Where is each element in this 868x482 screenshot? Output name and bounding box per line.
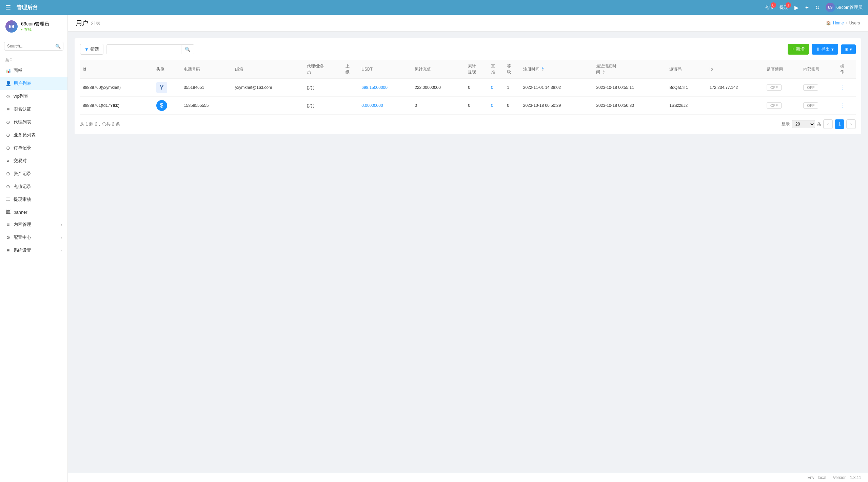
col-agent: 代理/业务员 [304, 60, 343, 79]
sidebar-status: 在线 [21, 27, 49, 32]
users-icon: 👤 [5, 81, 11, 86]
page-size-select[interactable]: 20 50 100 [792, 120, 815, 128]
sidebar-item-orders[interactable]: ⊙ 订单记录 [0, 141, 67, 154]
prev-page-button[interactable]: ‹ [823, 119, 833, 129]
breadcrumb-separator: › [846, 21, 847, 25]
config-expand-icon: ‹ [61, 236, 62, 239]
sidebar-item-withdraw[interactable]: 工 提现审核 [0, 193, 67, 206]
next-page-button[interactable]: › [846, 119, 856, 129]
strip-label: 条 [817, 121, 821, 127]
menu-icon[interactable]: ☰ [5, 4, 11, 11]
cell-parent [343, 97, 359, 115]
cell-phone: 355194651 [181, 79, 232, 97]
withdraw-icon: 工 [5, 197, 11, 203]
users-table: Id 头像 电话号码 邮箱 代理/业务员 上级 USDT 累计充值 累计提现 直… [80, 60, 856, 115]
export-button[interactable]: ⬇ 导出 ▾ [812, 44, 838, 55]
sidebar-user: 69 69coin管理员 在线 [0, 15, 67, 38]
table-row: 88889761(td17YIkk) $ 15858555555 ()/( ) … [80, 97, 856, 115]
topbar-actions: 充值 0 提现 1 ▶ ✦ ↻ 69 69coin管理员 [765, 3, 863, 12]
admin-name: 69coin管理员 [836, 4, 863, 11]
filter-button[interactable]: ▼ 筛选 [80, 44, 103, 55]
table-wrapper: Id 头像 电话号码 邮箱 代理/业务员 上级 USDT 累计充值 累计提现 直… [80, 60, 856, 115]
pagination-info: 从 1 到 2，总共 2 条 [80, 121, 120, 127]
topbar-withdraw[interactable]: 提现 1 [780, 4, 788, 11]
search-input[interactable] [4, 42, 63, 51]
col-email: 邮箱 [232, 60, 304, 79]
sidebar-username: 69coin管理员 [21, 21, 49, 27]
sidebar-logo: 69 [5, 20, 18, 33]
topbar-admin[interactable]: 69 69coin管理员 [826, 3, 863, 12]
toolbar: ▼ 筛选 🔍 + 新增 ⬇ 导出 ▾ [80, 44, 856, 55]
show-label: 显示 [782, 121, 790, 127]
cell-disabled[interactable]: OFF [764, 79, 801, 97]
main-content: 用户 列表 🏠 Home › Users ▼ 筛选 [68, 15, 868, 482]
sidebar-item-label: banner [14, 210, 27, 215]
internal-toggle[interactable]: OFF [803, 102, 818, 109]
sidebar-item-assets[interactable]: ⊙ 资产记录 [0, 167, 67, 180]
col-reg-time: 注册时间 ▲▼ [520, 60, 594, 79]
sidebar-item-content[interactable]: ≡ 内容管理 ‹ [0, 218, 67, 231]
refresh-icon[interactable]: ↻ [815, 4, 820, 11]
toolbar-right: + 新增 ⬇ 导出 ▾ ⊞ ▾ [788, 44, 856, 55]
col-total-recharge: 累计充值 [412, 60, 465, 79]
col-last-active: 最近活跃时间 ▲▼ [593, 60, 667, 79]
sidebar: 69 69coin管理员 在线 🔍 菜单 📊 面板 👤 用户列表 ⊙ vip列表… [0, 15, 68, 482]
sidebar-item-label: 交易对 [14, 158, 27, 164]
disabled-toggle[interactable]: OFF [767, 102, 782, 109]
more-actions-icon[interactable]: ⋮ [840, 85, 846, 91]
pagination-bar: 从 1 到 2，总共 2 条 显示 20 50 100 条 ‹ 1 › [80, 115, 856, 129]
cell-agent: ()/( ) [304, 79, 343, 97]
col-avatar: 头像 [154, 60, 181, 79]
current-page-button[interactable]: 1 [835, 119, 844, 129]
sidebar-item-vip[interactable]: ⊙ vip列表 [0, 90, 67, 103]
col-id: Id [80, 60, 154, 79]
footer-version: Version 1.8.11 [833, 475, 861, 480]
sidebar-item-agents[interactable]: ⊙ 代理列表 [0, 116, 67, 129]
content-expand-icon: ‹ [61, 223, 62, 227]
topbar-recharge[interactable]: 充值 0 [765, 4, 773, 11]
disabled-toggle[interactable]: OFF [767, 84, 782, 91]
internal-toggle[interactable]: OFF [803, 84, 818, 91]
sidebar-item-salesmen[interactable]: ⊙ 业务员列表 [0, 129, 67, 141]
table-search-input[interactable] [106, 45, 181, 54]
content-card: ▼ 筛选 🔍 + 新增 ⬇ 导出 ▾ [75, 38, 861, 134]
view-button[interactable]: ⊞ ▾ [841, 44, 856, 54]
cell-actions[interactable]: ⋮ [837, 79, 856, 97]
cell-direct: 0 [488, 97, 504, 115]
new-button[interactable]: + 新增 [788, 44, 809, 55]
sort-icon-reg[interactable]: ▲▼ [541, 66, 544, 72]
sidebar-item-config[interactable]: ⚙ 配置中心 ‹ [0, 231, 67, 244]
cell-internal[interactable]: OFF [801, 97, 837, 115]
sidebar-item-label: 配置中心 [14, 234, 31, 240]
col-invite: 邀请码 [667, 60, 707, 79]
cell-disabled[interactable]: OFF [764, 97, 801, 115]
play-icon[interactable]: ▶ [794, 4, 798, 11]
cell-internal[interactable]: OFF [801, 79, 837, 97]
cell-total-withdraw: 0 [465, 97, 488, 115]
sidebar-item-dashboard[interactable]: 📊 面板 [0, 64, 67, 77]
main-header: 用户 列表 🏠 Home › Users [68, 15, 868, 32]
sort-icon-active[interactable]: ▲▼ [603, 70, 605, 75]
sidebar-item-realname[interactable]: ≡ 实名认证 [0, 103, 67, 116]
cell-ip: 172.234.77.142 [707, 79, 764, 97]
sidebar-search[interactable]: 🔍 [0, 38, 67, 54]
gear-icon[interactable]: ✦ [805, 4, 809, 11]
cell-last-active: 2023-10-18 00:50:30 [593, 97, 667, 115]
breadcrumb-home-icon: 🏠 [826, 21, 831, 25]
sidebar-item-users[interactable]: 👤 用户列表 [0, 77, 67, 90]
more-actions-icon[interactable]: ⋮ [840, 103, 846, 109]
topbar-title: 管理后台 [16, 4, 765, 11]
cell-parent [343, 79, 359, 97]
breadcrumb-home[interactable]: Home [833, 21, 844, 25]
vip-icon: ⊙ [5, 94, 11, 99]
col-parent: 上级 [343, 60, 359, 79]
search-box-button[interactable]: 🔍 [181, 45, 194, 54]
sidebar-item-banner[interactable]: 🖼 banner [0, 206, 67, 218]
cell-total-withdraw: 0 [465, 79, 488, 97]
sidebar-item-trades[interactable]: a 交易对 [0, 154, 67, 167]
cell-actions[interactable]: ⋮ [837, 97, 856, 115]
sidebar-item-system[interactable]: ≡ 系统设置 ‹ [0, 244, 67, 257]
admin-avatar: 69 [826, 3, 835, 12]
search-box: 🔍 [106, 44, 194, 54]
sidebar-item-recharge[interactable]: ⊙ 充值记录 [0, 180, 67, 193]
